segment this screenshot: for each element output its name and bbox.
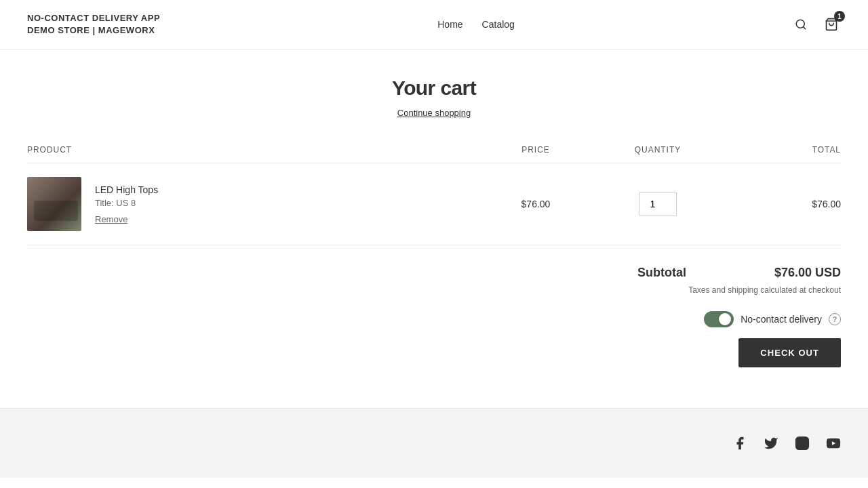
search-icon bbox=[795, 18, 807, 30]
nav-home[interactable]: Home bbox=[437, 19, 462, 30]
nav-catalog[interactable]: Catalog bbox=[482, 19, 515, 30]
col-header-total: TOTAL bbox=[719, 145, 841, 163]
product-cell: LED High Tops Title: US 8 Remove bbox=[27, 163, 475, 245]
continue-shopping-link[interactable]: Continue shopping bbox=[27, 108, 841, 118]
no-contact-label: No-contact delivery bbox=[741, 314, 822, 325]
subtotal-label: Subtotal bbox=[637, 266, 686, 280]
svg-line-1 bbox=[803, 27, 805, 29]
product-image bbox=[27, 177, 81, 231]
quantity-cell bbox=[597, 163, 719, 245]
footer bbox=[0, 408, 868, 478]
col-header-price: PRICE bbox=[475, 145, 597, 163]
variant-label: Title: bbox=[95, 198, 114, 208]
page-title: Your cart bbox=[27, 77, 841, 100]
main-nav: Home Catalog bbox=[437, 19, 515, 30]
item-price: $76.00 bbox=[475, 163, 597, 245]
info-icon[interactable]: ? bbox=[829, 313, 841, 325]
youtube-icon[interactable] bbox=[826, 436, 841, 451]
quantity-input[interactable] bbox=[639, 192, 677, 216]
header: NO-CONTACT DELIVERY APP DEMO STORE | MAG… bbox=[0, 0, 868, 49]
product-name: LED High Tops bbox=[95, 184, 158, 195]
item-total: $76.00 bbox=[719, 163, 841, 245]
product-info: LED High Tops Title: US 8 Remove bbox=[95, 184, 158, 224]
cart-summary: Subtotal $76.00 USD Taxes and shipping c… bbox=[27, 266, 841, 367]
product-variant: Title: US 8 bbox=[95, 198, 158, 208]
store-title: NO-CONTACT DELIVERY APP DEMO STORE | MAG… bbox=[27, 12, 160, 37]
tax-shipping-note: Taxes and shipping calculated at checkou… bbox=[688, 285, 841, 295]
subtotal-row: Subtotal $76.00 USD bbox=[637, 266, 841, 280]
main-content: Your cart Continue shopping PRODUCT PRIC… bbox=[0, 49, 868, 408]
search-button[interactable] bbox=[792, 16, 810, 33]
table-row: LED High Tops Title: US 8 Remove $76.00 … bbox=[27, 163, 841, 245]
cart-badge: 1 bbox=[834, 11, 845, 22]
col-header-product: PRODUCT bbox=[27, 145, 475, 163]
footer-social bbox=[27, 436, 841, 451]
no-contact-toggle[interactable] bbox=[704, 311, 734, 327]
twitter-icon[interactable] bbox=[764, 436, 778, 451]
cart-button[interactable]: 1 bbox=[822, 15, 841, 34]
col-header-quantity: QUANTITY bbox=[597, 145, 719, 163]
header-icons: 1 bbox=[792, 15, 841, 34]
variant-value: US 8 bbox=[116, 198, 136, 208]
facebook-icon[interactable] bbox=[732, 436, 747, 451]
subtotal-value: $76.00 USD bbox=[774, 266, 841, 280]
cart-table: PRODUCT PRICE QUANTITY TOTAL LED High To… bbox=[27, 145, 841, 245]
checkout-button[interactable]: CHECK OUT bbox=[738, 338, 841, 367]
remove-button[interactable]: Remove bbox=[95, 214, 127, 224]
no-contact-row: No-contact delivery ? bbox=[704, 311, 841, 327]
instagram-icon[interactable] bbox=[795, 436, 810, 451]
